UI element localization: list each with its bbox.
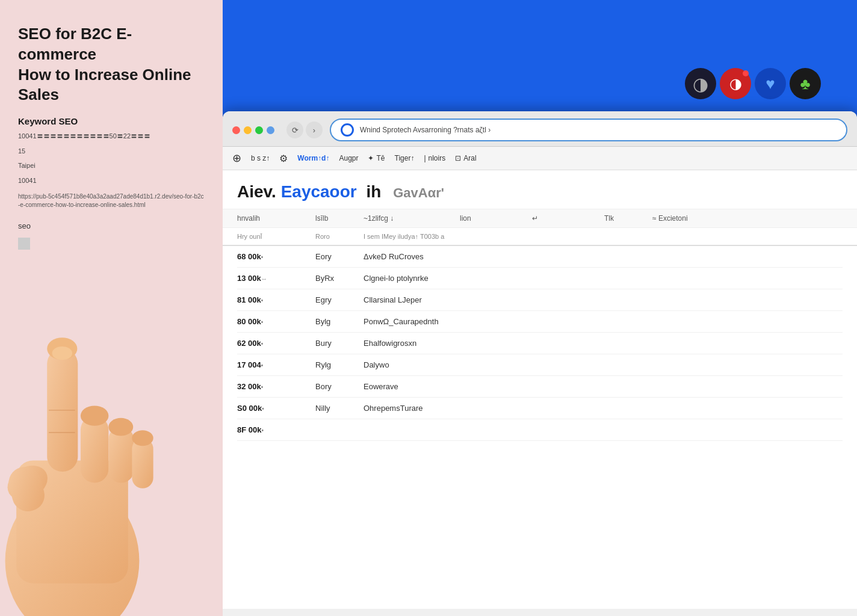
svg-point-9 [132,430,153,446]
toolbar-nloirs-label: nloirs [428,154,446,162]
col-header-7: Tlk [604,214,652,223]
tab-bar: ⟳ › Wnind Sprotech Avsarroning ?rnats aζ… [232,119,847,141]
cell-name: ByRx [315,274,364,283]
toolbar-te[interactable]: ✦ Tē [368,154,385,162]
hand-illustration [0,237,193,616]
divider-icon: | [424,154,425,162]
app-icon-1: ◑ [685,68,716,99]
meta-line1: 10041〓〓〓〓〓〓〓〓〓〓〓50〓22〓〓〓 [18,131,205,141]
cell-volume: 17 004• [237,360,315,369]
browser-logo [341,123,354,137]
cell-volume: 32 00k• [237,382,315,391]
table-row[interactable]: 62 00k• Bury Ehalfowigrosxn [237,333,843,354]
table-header: hnvalih lsīlb ~1zlifcg ↓ lion ↵ Tlk ≈ Ex… [223,209,857,228]
toolbar-home[interactable]: ⊕ [232,152,241,165]
svg-rect-1 [16,460,128,583]
cell-name: Eory [315,252,364,261]
table-row[interactable]: 17 004• Rylg Dalywo [237,354,843,376]
keyword-label: Keyword SEO [18,116,205,126]
right-panel: ◑ ◑ ♥ ♣ ⟳ › [223,0,857,616]
table-row[interactable]: 68 00k• Eory ΔvkeD RuCroves [237,246,843,268]
cell-name: Bory [315,382,364,391]
back-button[interactable]: ⟳ [286,122,303,138]
cell-keyword: Dalywo [364,360,737,369]
content-title: Aiev. Eaycaoor ih GavAαr' [237,182,843,202]
svg-rect-2 [47,349,78,472]
title-prefix: Aiev. [237,182,276,201]
browser-app-icons: ◑ ◑ ♥ ♣ [685,68,821,99]
cell-name: Bylg [315,317,364,326]
svg-point-5 [81,405,108,425]
table-row[interactable]: 80 00k• Bylg PonwΩ_Caurapednth [237,311,843,333]
cell-keyword: PonwΩ_Caurapednth [364,317,737,326]
traffic-lights [232,126,274,134]
col-header-8: ≈ Excietoni [652,214,737,223]
home-icon: ⊕ [232,152,241,165]
close-button[interactable] [232,126,240,134]
svg-rect-8 [132,438,153,488]
app-icon-3: ♥ [755,68,786,99]
content-header: Aiev. Eaycaoor ih GavAαr' [223,170,857,209]
toolbar-nloirs[interactable]: | nloirs [424,154,445,162]
tag-label: seo [18,221,205,230]
toolbar-augpr[interactable]: Augpr [339,154,358,162]
star-icon: ✦ [368,154,374,162]
app-icon-2: ◑ [720,68,751,99]
cell-volume: 62 00k• [237,339,315,348]
nav-buttons: ⟳ › [286,122,323,138]
title-suffix: ih [367,182,382,201]
col-header-3: ~1zlifcg ↓ [364,214,460,223]
toolbar-settings[interactable]: ⚙ [279,153,288,164]
toolbar-tiger-label: Tiger↑ [395,154,415,162]
toolbar-tiger[interactable]: Tiger↑ [395,154,415,162]
meta-line2: 15 [18,146,205,156]
table-row[interactable]: 13 00k↔ ByRx Clgnei-lo ptolynrke [237,268,843,289]
sub-header-2: Roro [315,233,364,240]
blue-header: ◑ ◑ ♥ ♣ [223,0,857,111]
cell-volume: 68 00k• [237,252,315,261]
tag-square-icon [18,238,30,250]
svg-rect-11 [5,463,48,515]
cell-volume: 81 00k• [237,295,315,304]
col-header-1: hnvalih [237,214,315,223]
toolbar-aral-label: Aral [463,154,476,162]
browser-chrome: ⟳ › Wnind Sprotech Avsarroning ?rnats aζ… [223,111,857,147]
svg-point-0 [5,483,140,616]
sub-header-1: Hry ounĪ [237,233,315,240]
browser-toolbar: ⊕ b s z↑ ⚙ Worm↑d↑ Augpr ✦ Tē Tiger↑ | [223,147,857,170]
cell-name: Rylg [315,360,364,369]
page-title: SEO for B2C E-commerce How to Increase O… [18,24,205,105]
title-main: Eaycaoor [281,182,357,201]
toolbar-worm-label: Worm↑d↑ [297,154,329,162]
table-row[interactable]: 32 00k• Bory Eowerave [237,376,843,398]
browser-window: ⟳ › Wnind Sprotech Avsarroning ?rnats aζ… [223,111,857,616]
toolbar-worm[interactable]: Worm↑d↑ [297,154,329,162]
table-row[interactable]: S0 00k• Nilly OhrepemsTurare [237,398,843,419]
svg-point-10 [1,458,54,507]
left-sidebar: SEO for B2C E-commerce How to Increase O… [0,0,223,616]
minimize-button[interactable] [244,126,252,134]
square-icon: ⊡ [455,154,461,162]
table-row[interactable]: 8F 00k• [237,419,843,441]
table-row[interactable]: 81 00k• Egry Cllarsinal LJeper [237,289,843,311]
toolbar-augpr-label: Augpr [339,154,358,162]
col-header-6 [568,214,604,223]
cell-keyword: Cllarsinal LJeper [364,295,737,304]
meta-line4: 10041 [18,176,205,186]
browser-content: Aiev. Eaycaoor ih GavAαr' hnvalih lsīlb … [223,170,857,609]
cell-volume: 8F 00k• [237,425,315,434]
cell-keyword: Ehalfowigrosxn [364,339,737,348]
cell-keyword: ΔvkeD RuCroves [364,252,737,261]
cell-keyword: Clgnei-lo ptolynrke [364,274,737,283]
meta-line3: Taipei [18,161,205,171]
fullscreen-button[interactable] [255,126,263,134]
toolbar-aral[interactable]: ⊡ Aral [455,154,476,162]
table-body: 68 00k• Eory ΔvkeD RuCroves 13 00k↔ ByRx… [223,246,857,441]
forward-button[interactable]: › [306,122,323,138]
address-bar[interactable]: Wnind Sprotech Avsarroning ?rnats aζtl › [330,119,847,141]
address-text: Wnind Sprotech Avsarroning ?rnats aζtl › [360,126,490,134]
toolbar-te-label: Tē [376,154,385,162]
cell-volume: S0 00k• [237,404,315,413]
toolbar-b-s-z[interactable]: b s z↑ [251,154,270,162]
cell-name: Bury [315,339,364,348]
